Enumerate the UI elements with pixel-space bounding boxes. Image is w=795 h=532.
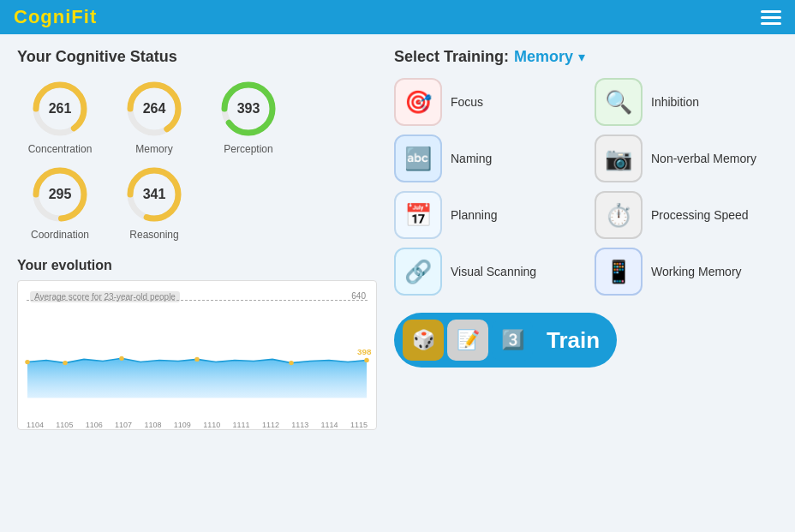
ring-value-memory: 264 xyxy=(143,101,166,117)
ring-perception: 393 xyxy=(218,78,279,140)
training-icon-visual: 🔗 xyxy=(394,248,442,296)
training-icon-working: 📱 xyxy=(595,248,643,296)
training-icon-planning: 📅 xyxy=(394,191,442,239)
training-name-nonverbal: Non-verbal Memory xyxy=(651,152,756,165)
chart-x-label: 1113 xyxy=(291,421,308,429)
app-wrapper: CogniFit Your Cognitive Status 261 Conce… xyxy=(0,0,795,444)
cognitive-item-perception: 393 Perception xyxy=(206,78,291,155)
chart-x-label: 1106 xyxy=(86,421,103,429)
cognitive-label-memory: Memory xyxy=(135,143,172,155)
training-name-visual: Visual Scanning xyxy=(451,265,536,278)
chart-x-label: 1105 xyxy=(56,421,73,429)
left-panel: Your Cognitive Status 261 Concentration … xyxy=(17,48,377,430)
chart-x-label: 1115 xyxy=(350,421,368,429)
train-game-icon-1: 📝 xyxy=(447,320,488,361)
cognitive-label-perception: Perception xyxy=(224,143,272,155)
chart-fill xyxy=(27,358,367,398)
chart-x-label: 1108 xyxy=(144,421,161,429)
svg-point-14 xyxy=(289,361,294,365)
header: CogniFit xyxy=(0,0,795,34)
training-item-naming[interactable]: 🔤 Naming xyxy=(394,134,577,182)
cognitive-item-concentration: 261 Concentration xyxy=(17,78,103,155)
training-item-processing[interactable]: ⏱️ Processing Speed xyxy=(595,191,778,239)
ring-value-reasoning: 341 xyxy=(143,187,166,202)
ring-coordination: 295 xyxy=(29,164,91,225)
evolution-section: Your evolution Average score for 23-year… xyxy=(17,258,377,430)
training-grid: 🎯 Focus 🔍 Inhibition 🔤 Naming 📷 Non-verb… xyxy=(394,78,778,296)
chart-x-label: 1104 xyxy=(27,421,44,429)
cognitive-label-coordination: Coordination xyxy=(31,229,89,241)
train-game-icons: 🎲📝3️⃣ xyxy=(403,320,533,361)
training-name-working: Working Memory xyxy=(651,265,742,278)
logo-part1: Cogni xyxy=(14,6,71,27)
dropdown-arrow[interactable]: ▾ xyxy=(578,49,585,65)
training-icon-inhibition: 🔍 xyxy=(595,78,643,126)
train-label: Train xyxy=(547,327,600,354)
training-name-naming: Naming xyxy=(451,152,492,165)
training-header: Select Training: Memory ▾ xyxy=(394,48,778,66)
svg-point-12 xyxy=(119,356,124,361)
svg-text:398: 398 xyxy=(357,347,372,356)
chart-x-label: 1114 xyxy=(321,421,338,429)
svg-point-13 xyxy=(194,357,200,362)
logo-part2: Fit xyxy=(71,6,97,27)
chart-x-label: 1110 xyxy=(203,421,220,429)
ring-concentration: 261 xyxy=(29,78,91,140)
training-item-focus[interactable]: 🎯 Focus xyxy=(394,78,577,126)
training-dropdown[interactable]: Memory xyxy=(514,48,573,66)
chart-x-label: 1107 xyxy=(115,421,132,429)
svg-point-10 xyxy=(25,360,30,364)
training-title: Select Training: xyxy=(394,48,509,66)
training-item-visual[interactable]: 🔗 Visual Scanning xyxy=(394,248,577,296)
train-game-icon-2: 3️⃣ xyxy=(492,320,533,361)
train-button[interactable]: 🎲📝3️⃣ Train xyxy=(394,313,617,368)
evolution-chart: 398 xyxy=(18,281,376,407)
chart-x-label: 1109 xyxy=(174,421,191,429)
right-panel: Select Training: Memory ▾ 🎯 Focus 🔍 Inhi… xyxy=(394,48,778,430)
training-icon-nonverbal: 📷 xyxy=(595,134,643,182)
cognitive-label-concentration: Concentration xyxy=(28,143,93,155)
training-item-working[interactable]: 📱 Working Memory xyxy=(595,248,778,296)
training-item-nonverbal[interactable]: 📷 Non-verbal Memory xyxy=(595,134,778,182)
cognitive-grid: 261 Concentration 264 Memory 393 Percept… xyxy=(17,78,377,241)
main-content: Your Cognitive Status 261 Concentration … xyxy=(0,34,795,444)
ring-reasoning: 341 xyxy=(123,164,185,225)
ring-memory: 264 xyxy=(123,78,185,140)
training-item-planning[interactable]: 📅 Planning xyxy=(394,191,577,239)
training-icon-focus: 🎯 xyxy=(394,78,442,126)
menu-button[interactable] xyxy=(761,10,781,25)
cognitive-status-title: Your Cognitive Status xyxy=(17,48,377,66)
cognitive-item-reasoning: 341 Reasoning xyxy=(111,164,197,241)
svg-point-11 xyxy=(63,361,68,365)
cognitive-label-reasoning: Reasoning xyxy=(129,229,178,241)
training-icon-naming: 🔤 xyxy=(394,134,442,182)
training-name-inhibition: Inhibition xyxy=(651,95,699,109)
chart-x-label: 1112 xyxy=(262,421,279,429)
train-game-icon-0: 🎲 xyxy=(403,320,444,361)
chart-x-labels: 1104110511061107110811091110111111121113… xyxy=(27,421,368,429)
training-name-processing: Processing Speed xyxy=(651,208,749,222)
logo: CogniFit xyxy=(14,6,97,28)
ring-value-concentration: 261 xyxy=(49,101,72,117)
training-item-inhibition[interactable]: 🔍 Inhibition xyxy=(595,78,778,126)
training-name-planning: Planning xyxy=(451,208,498,222)
ring-value-perception: 393 xyxy=(237,101,260,117)
training-name-focus: Focus xyxy=(451,95,483,109)
evolution-title: Your evolution xyxy=(17,258,377,273)
cognitive-item-coordination: 295 Coordination xyxy=(17,164,103,241)
chart-area: Average score for 23-year-old people 640 xyxy=(17,280,377,430)
ring-value-coordination: 295 xyxy=(49,187,72,202)
chart-x-label: 1111 xyxy=(233,421,250,429)
training-icon-processing: ⏱️ xyxy=(595,191,643,239)
svg-point-15 xyxy=(364,358,369,362)
cognitive-item-memory: 264 Memory xyxy=(111,78,197,155)
